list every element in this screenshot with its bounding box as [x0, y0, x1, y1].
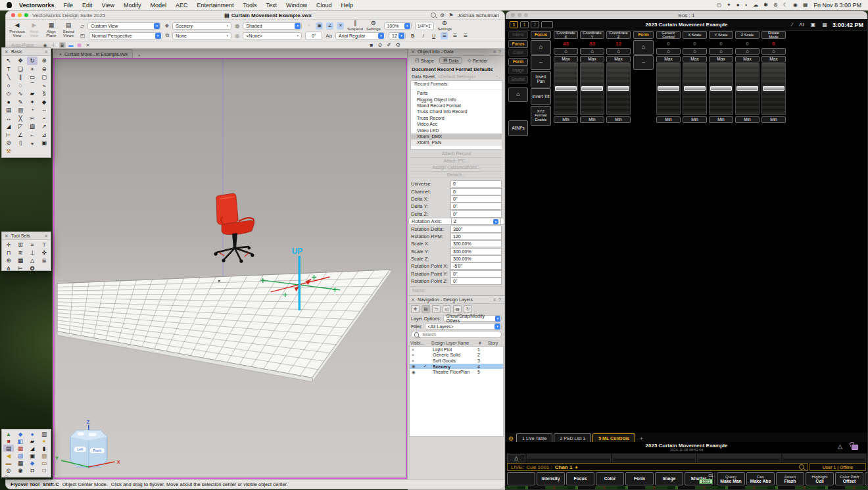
- tool-icon[interactable]: ○: [3, 82, 14, 90]
- tool-icon[interactable]: ▣: [39, 139, 49, 147]
- tool-icon[interactable]: ▥: [15, 106, 26, 114]
- underline-button[interactable]: U: [430, 32, 437, 39]
- status-icon[interactable]: ●: [736, 2, 740, 8]
- tool-icon[interactable]: ╳: [15, 114, 26, 123]
- view-nav-button[interactable]: ▤ Saved Views: [60, 20, 77, 40]
- slider-handle[interactable]: [736, 86, 758, 91]
- tool-icon[interactable]: ⊢: [3, 131, 14, 139]
- visibility-icon[interactable]: ◉: [412, 370, 423, 375]
- record-format-item[interactable]: Video LED: [411, 127, 502, 133]
- softkey[interactable]: HighlightCell: [806, 472, 834, 485]
- field-input[interactable]: 300.00%▾: [450, 248, 502, 255]
- render-dropdown[interactable]: Shaded▾: [243, 22, 302, 30]
- tiled-floor[interactable]: [57, 270, 391, 381]
- layer-options-dropdown[interactable]: Show/Snap/Modify Others▾: [443, 315, 502, 322]
- vw-titlebar[interactable]: Vectorworks Design Suite 2025 ▤ Curtain …: [6, 11, 504, 19]
- record-format-item[interactable]: Xform_PSN: [411, 139, 502, 145]
- search-icon[interactable]: [799, 464, 804, 470]
- parameter-slider[interactable]: [761, 63, 786, 115]
- tool-icon[interactable]: ✦: [27, 98, 37, 107]
- min-button[interactable]: Min: [606, 116, 631, 123]
- eos-traffic-lights[interactable]: [511, 13, 528, 17]
- object-info-tab[interactable]: ◰Shape: [411, 57, 438, 64]
- tool-icon[interactable]: ↻: [27, 57, 37, 65]
- suspend-button[interactable]: ∥Suspend: [347, 20, 363, 31]
- form-home-button[interactable]: ⌂: [633, 40, 654, 55]
- fader-segment[interactable]: [697, 454, 781, 462]
- tool-icon[interactable]: ◒: [27, 139, 37, 147]
- warning-triangle-icon[interactable]: △: [838, 444, 842, 450]
- parameter-header[interactable]: Coordinate Y: [580, 31, 604, 39]
- data-sheet-row[interactable]: Data Sheet: <Default Settings> ⌃⌄: [408, 74, 504, 80]
- gear-icon[interactable]: ⚙: [508, 435, 514, 442]
- mode-icon[interactable]: ▬: [68, 42, 74, 49]
- tool-icon[interactable]: ↔: [3, 114, 14, 123]
- plane-mode-icon[interactable]: ▱: [80, 23, 84, 29]
- tool-icon[interactable]: ⊕: [39, 57, 49, 65]
- visibility-icon[interactable]: ×: [412, 358, 423, 363]
- menu-item[interactable]: Entertainment: [192, 2, 238, 9]
- max-button[interactable]: Max: [761, 56, 786, 62]
- tool-icon[interactable]: ▰: [27, 89, 37, 98]
- view-dropdown[interactable]: Custom View▾: [87, 22, 161, 30]
- fader-segment[interactable]: [612, 454, 696, 462]
- parameter-home-button[interactable]: ⌂: [761, 48, 786, 55]
- panel-menu-icon[interactable]: ≡ ?: [493, 49, 502, 54]
- align-right-button[interactable]: ☰: [462, 32, 469, 39]
- record-format-item[interactable]: Stand Record Format: [411, 103, 502, 109]
- scale-field[interactable]: 1/4"=1': [415, 22, 435, 30]
- tool-icon[interactable]: ⇔: [39, 106, 49, 114]
- tool-icon[interactable]: ◆: [27, 459, 37, 466]
- tool-icon[interactable]: ▥: [39, 452, 49, 459]
- font-size-dropdown[interactable]: 12▾: [389, 32, 406, 39]
- tool-icon[interactable]: ▨: [15, 452, 26, 459]
- fader-segment[interactable]: [783, 454, 867, 462]
- tool-icon[interactable]: ◢: [27, 445, 37, 452]
- 3d-viewport[interactable]: UP: [53, 58, 407, 479]
- monitor-button[interactable]: 1: [520, 21, 529, 28]
- bold-button[interactable]: B: [409, 32, 416, 39]
- tool-icon[interactable]: ◉: [15, 466, 26, 474]
- unlock-icon[interactable]: [852, 445, 858, 450]
- nav-mode-icon[interactable]: ◫: [443, 305, 451, 313]
- style-icon[interactable]: ◎: [235, 33, 239, 39]
- parameter-header[interactable]: Z Scale: [735, 31, 760, 39]
- softkey[interactable]: AssertFlash: [776, 472, 804, 485]
- tool-icon[interactable]: ●: [3, 98, 14, 107]
- attribute-icon[interactable]: ⚙: [396, 42, 400, 48]
- tool-icon[interactable]: ⌐: [27, 131, 37, 139]
- attribute-icon[interactable]: ■: [370, 42, 374, 48]
- form-collapse-button[interactable]: –: [633, 55, 654, 70]
- design-layer-row[interactable]: ◉ ✓ Scenery 4: [410, 364, 503, 370]
- eos-titlebar[interactable]: Eos : 1: [506, 11, 867, 19]
- attribute-icon[interactable]: ⊘: [377, 42, 382, 48]
- slider-handle[interactable]: [658, 86, 679, 91]
- red-chair[interactable]: [214, 193, 254, 262]
- add-document-tab[interactable]: +: [135, 53, 143, 58]
- category-button[interactable]: Color: [508, 49, 528, 57]
- tool-icon[interactable]: ▦: [15, 445, 26, 452]
- min-button[interactable]: Min: [761, 116, 786, 123]
- tool-icon[interactable]: [27, 147, 37, 156]
- design-layer-row[interactable]: ◉ Theatre FloorPlan 5: [410, 369, 503, 375]
- record-action-button[interactable]: Detach...: [410, 172, 502, 179]
- mode-icon[interactable]: ✕: [85, 42, 91, 49]
- tool-icon[interactable]: ⋔: [3, 264, 14, 272]
- status-icon[interactable]: ☾: [783, 2, 788, 8]
- panel-menu-icon[interactable]: ≡ ?: [493, 297, 502, 302]
- max-button[interactable]: Max: [735, 56, 760, 62]
- min-button[interactable]: Min: [656, 116, 681, 123]
- monitor-button[interactable]: 1: [510, 21, 518, 28]
- command-line[interactable]: LIVE: Cue 1001 : Chan 1 ♦: [507, 463, 808, 471]
- parameter-header[interactable]: Rotate Mode: [761, 31, 786, 39]
- category-button[interactable]: Image: [508, 66, 528, 74]
- design-layer-row[interactable]: × Generic Solid 2: [410, 353, 503, 358]
- field-input[interactable]: -5'0"▾: [450, 262, 502, 270]
- max-button[interactable]: Max: [554, 56, 578, 62]
- parameter-header[interactable]: X Scale: [683, 31, 707, 39]
- tool-icon[interactable]: §: [39, 89, 49, 98]
- focus-group-header[interactable]: Focus: [531, 31, 551, 39]
- topbar-icon[interactable]: ▦: [822, 22, 827, 28]
- tool-icon[interactable]: ⊤: [39, 241, 49, 249]
- search-input[interactable]: [421, 331, 498, 337]
